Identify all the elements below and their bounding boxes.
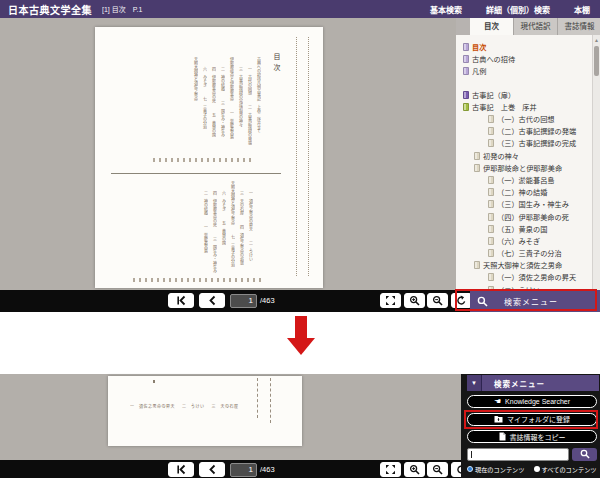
toc-item-label: （六）みそぎ — [497, 236, 540, 246]
scrollbar-thumb[interactable] — [594, 46, 599, 76]
rotate-button[interactable] — [451, 293, 472, 308]
fit-screen-button[interactable] — [380, 462, 401, 477]
toc-item-label: （二）古事記撰録の発端 — [497, 126, 576, 136]
search-menu-header: ▼ 検索メニュー — [467, 375, 599, 391]
dotted-leader-line — [296, 37, 297, 276]
header-nav-item[interactable]: 詳細（個別）検索 — [486, 4, 550, 15]
toc-item[interactable]: 古事記（扉） — [456, 89, 592, 101]
header-nav: 基本検索詳細（個別）検索本棚 — [430, 4, 590, 15]
toc-item[interactable]: （一）古代の回想 — [456, 113, 592, 125]
toc-item[interactable]: （二）神の結婚 — [456, 186, 592, 198]
scan-text-column: 一 淤能碁呂島 — [228, 101, 234, 139]
scan-text-column: 古典への招待 — [255, 57, 261, 81]
book-icon — [463, 55, 469, 63]
zoom-in-button[interactable] — [404, 293, 425, 308]
knowledge-searcher-button[interactable]: ☚Knowledge Searcher — [467, 395, 597, 408]
dotted-leader-line — [308, 37, 309, 276]
book-icon — [488, 115, 494, 123]
toc-item[interactable]: （七）三貴子の分治 — [456, 247, 592, 259]
toc-item[interactable]: 凡例 — [456, 65, 592, 77]
scan-text-column: 一 古代の回想 — [246, 57, 252, 95]
toc-item[interactable]: （一）須佐之男命の昇天 — [456, 271, 592, 283]
screenshot-stage: 日本古典文学全集 [1] 目次 P.1 基本検索詳細（個別）検索本棚 目次 古典… — [0, 0, 600, 478]
scrollbar-up-icon[interactable]: ▲ — [593, 35, 600, 44]
scan-text-column: 伊耶那岐命と伊耶那美命 — [228, 57, 234, 101]
toc-item-label: 天照大御神と須佐之男命 — [483, 260, 562, 270]
toc-item-label: （二）神の結婚 — [497, 187, 547, 197]
zoom-out-button[interactable] — [427, 462, 448, 477]
radio-label: すべてのコンテンツ — [542, 465, 597, 474]
add-to-my-folder-button[interactable]: マイフォルダに登録 — [467, 413, 597, 426]
search-menu-label: 検索メニュー — [504, 296, 558, 307]
scope-radio-all-content[interactable]: すべてのコンテンツ — [534, 465, 597, 474]
page-viewer-top: 目次 古典への招待凡例古事記 上巻 序并せて一 古代の回想二 古事記撰録の発端三… — [0, 18, 456, 290]
toc-item[interactable]: （五）黄泉の国 — [456, 223, 592, 235]
book-icon — [488, 200, 494, 208]
header-nav-item[interactable]: 基本検索 — [430, 4, 462, 15]
scan-text-column: 二 神の結婚 — [202, 181, 208, 215]
toc-item[interactable]: 伊耶那岐命と伊耶那美命 — [456, 162, 592, 174]
collapse-caret-button[interactable]: ▼ — [467, 375, 482, 391]
toc-item-label: （四）伊耶那美命の死 — [497, 212, 569, 222]
toc-item-label: 古事記 上巻 序并 — [472, 102, 537, 112]
fit-screen-button[interactable] — [380, 293, 401, 308]
book-icon — [463, 43, 469, 51]
scan-text-column: 凡例 — [255, 81, 261, 89]
zoom-in-button[interactable] — [404, 462, 425, 477]
toc-item[interactable]: 古事記 上巻 序并 — [456, 101, 592, 113]
scan-text-column: 一 淤能碁呂島 — [202, 215, 208, 253]
first-page-button[interactable] — [168, 462, 194, 477]
toc-item[interactable]: （三）古事記撰録の完成 — [456, 137, 592, 149]
toc-item[interactable]: 古典への招待 — [456, 53, 592, 65]
scan-text-column: 四 伊耶那美命の死 — [211, 181, 217, 227]
menu-button-label: マイフォルダに登録 — [507, 414, 570, 424]
scan-text-column: 七 三貴子の分治 — [201, 87, 207, 129]
scope-radio-current-content[interactable]: 現在のコンテンツ — [467, 465, 525, 474]
toc-item[interactable]: 天照大御神と須佐之男命 — [456, 259, 592, 271]
fit-screen-icon — [385, 295, 396, 306]
toc-item[interactable]: 初発の神々 — [456, 150, 592, 162]
book-icon — [488, 176, 494, 184]
toc-item[interactable]: 目次 — [456, 41, 592, 53]
search-scope-options: 現在のコンテンツすべてのコンテンツ — [467, 465, 597, 474]
scan-text-column: 四 伊耶那美命の死 — [210, 57, 216, 103]
toc-item[interactable]: （六）みそぎ — [456, 235, 592, 247]
book-icon — [488, 188, 494, 196]
tab-bibliographic-info[interactable]: 書誌情報 — [558, 18, 600, 35]
tab-modern-translation[interactable]: 現代語訳 — [514, 18, 558, 35]
menu-button-label: 書誌情報をコピー — [510, 432, 566, 442]
first-page-icon — [176, 464, 187, 475]
book-icon — [488, 249, 494, 257]
copy-bibliographic-info-button[interactable]: 書誌情報をコピー — [467, 430, 597, 443]
search-submit-button[interactable] — [572, 448, 597, 461]
search-menu-button[interactable]: 検索メニュー — [470, 290, 600, 312]
tab-toc[interactable]: 目次 — [470, 18, 514, 35]
page-number-input[interactable]: 1 — [230, 294, 257, 308]
sidebar-scrollbar[interactable]: ▲ — [592, 35, 600, 290]
toc-item[interactable]: （四）伊耶那美命の死 — [456, 210, 592, 222]
toc-item[interactable]: （二）古事記撰録の発端 — [456, 125, 592, 137]
scan-text-column: 二 神の結婚 — [219, 57, 225, 91]
toc-item[interactable]: （一）淤能碁呂島 — [456, 174, 592, 186]
previous-page-button[interactable] — [199, 462, 225, 477]
toc-list: 目次古典への招待凡例古事記（扉）古事記 上巻 序并（一）古代の回想（二）古事記撰… — [456, 35, 592, 290]
book-icon — [488, 213, 494, 221]
page-number-input[interactable]: 1 — [230, 463, 257, 477]
radio-label: 現在のコンテンツ — [475, 465, 525, 474]
book-icon — [488, 127, 494, 135]
header-nav-item[interactable]: 本棚 — [574, 4, 590, 15]
search-input[interactable] — [467, 448, 569, 461]
scan-text-column: 六 みそぎ — [201, 57, 207, 87]
scan-text-run: 一 須佐之男命の昇天 — [130, 403, 175, 409]
previous-page-button[interactable] — [199, 293, 225, 308]
toc-item-label: 伊耶那岐命と伊耶那美命 — [483, 163, 562, 173]
radio-dot-icon — [534, 466, 540, 472]
viewer-window-bottom: 一 須佐之男命の昇天二 うけい三 天の石屋 1/463 ▼ 検索メニュー ☚Kn… — [0, 368, 600, 478]
caret-down-icon: ▼ — [471, 380, 477, 386]
scan-text-column: 二 うけい — [247, 231, 253, 261]
first-page-button[interactable] — [168, 293, 194, 308]
first-page-icon — [176, 295, 187, 306]
toc-item[interactable]: （三）国生み・神生み — [456, 198, 592, 210]
zoom-out-button[interactable] — [427, 293, 448, 308]
dashed-leader-line — [257, 378, 258, 418]
